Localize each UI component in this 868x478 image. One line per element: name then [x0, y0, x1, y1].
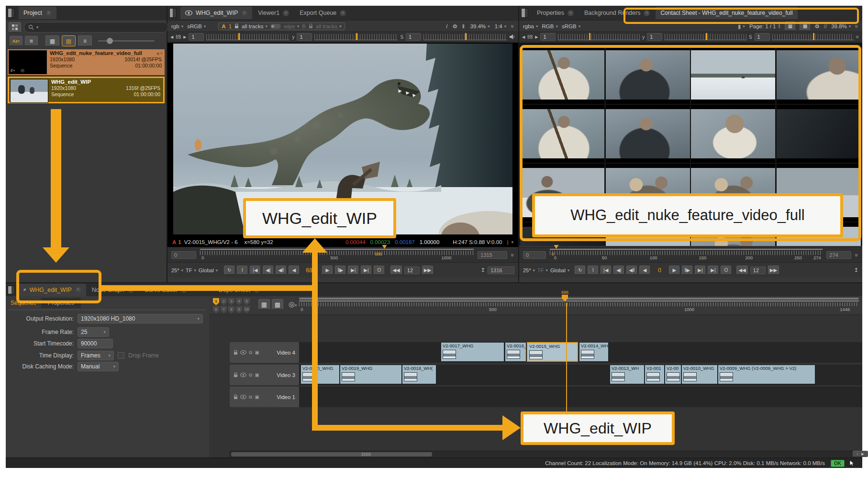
tab-viewer1[interactable]: Viewer1× — [253, 7, 294, 19]
slider-handle[interactable] — [465, 33, 467, 40]
go-last-button[interactable]: ▶| — [708, 266, 718, 275]
slider-handle[interactable] — [813, 33, 814, 40]
tag-marker-2[interactable]: 2 — [221, 298, 227, 305]
export-icon[interactable]: ↥ — [481, 267, 485, 273]
zoom-select[interactable]: 39.4%▾ — [470, 23, 490, 29]
input-a-button[interactable]: A — [222, 23, 225, 29]
timeline-clip[interactable]: V2-00 — [665, 365, 681, 384]
lock-icon[interactable] — [309, 23, 313, 29]
gain-next-icon[interactable]: ▶ — [183, 35, 186, 39]
search-input[interactable]: ▾ — [24, 22, 168, 33]
timeline-clip[interactable]: V2-0009_WHG (V2-0009_WHG > V2) — [718, 365, 815, 384]
panel-menu-icon[interactable] — [521, 8, 528, 18]
slider-handle[interactable] — [706, 33, 707, 40]
track-lane-video-1[interactable] — [299, 387, 862, 407]
step-forward-button[interactable]: ‖▶ — [335, 266, 345, 275]
timeline-clip[interactable]: V2-0018_WH( — [402, 365, 436, 384]
slider-handle[interactable] — [356, 33, 357, 40]
lut-select[interactable]: sRGB▾ — [187, 23, 206, 29]
slider-handle[interactable] — [107, 38, 113, 44]
view-grid-button[interactable]: ▦ — [45, 35, 59, 46]
play-forward-button[interactable]: ▶ — [322, 266, 333, 275]
track-header[interactable]: ⧉▣Video 3 — [230, 365, 299, 385]
wipe-mode-select[interactable]: wipe▾ — [284, 23, 299, 29]
close-icon[interactable]: × — [45, 10, 52, 16]
timeline-clip[interactable]: V2-0013_WH — [610, 365, 645, 384]
panel-menu-icon[interactable] — [169, 8, 177, 18]
project-item-nuke-feature[interactable]: ≠+ ◎ WHG_edit_nuke_feature_video_full 19… — [8, 49, 165, 75]
saturation-slider[interactable] — [423, 34, 507, 40]
range-mode-select[interactable]: Global▾ — [550, 267, 569, 273]
eye-icon[interactable] — [240, 373, 246, 377]
out-mark-button[interactable]: O — [721, 266, 731, 275]
in-mark-button[interactable]: I — [237, 266, 247, 275]
slider-handle[interactable] — [238, 33, 240, 40]
close-icon[interactable]: × — [283, 10, 289, 16]
saturation-field[interactable]: 1 — [755, 33, 770, 41]
next-edit-button[interactable]: ▶| — [695, 266, 705, 275]
project-item-whg-edit-wip[interactable]: ≠+ WHG_edit_WIP 1920x10801316f @25FPS Se… — [8, 77, 165, 103]
gain-field[interactable]: 1 — [540, 33, 556, 41]
tab-project[interactable]: Project× — [19, 7, 56, 19]
lock-icon[interactable] — [234, 372, 238, 378]
eye-icon[interactable] — [240, 395, 246, 399]
export-icon[interactable]: ↥ — [854, 267, 858, 273]
input-a-number[interactable]: 1 — [229, 23, 232, 29]
track-header[interactable]: ⧉▣Video 4 — [230, 342, 299, 363]
view-list-button[interactable]: ≡ — [78, 35, 92, 46]
tracks-a-select[interactable]: all tracks▾ — [242, 23, 267, 29]
field-value-select[interactable]: Frames▾ — [78, 351, 114, 360]
last-frame-field[interactable]: 1316 — [488, 267, 514, 274]
timecode-format-select[interactable]: TF▾ — [537, 267, 548, 273]
dope-ruler-scroll[interactable] — [299, 298, 859, 300]
fps-select[interactable]: 25*▾ — [523, 267, 535, 273]
gain-slider[interactable] — [558, 34, 640, 40]
tab-export-queue[interactable]: Export Queue× — [295, 7, 351, 19]
lock-icon[interactable] — [234, 23, 239, 29]
panel-menu-icon[interactable] — [8, 8, 15, 18]
gain-prev-icon[interactable]: ◀ — [170, 35, 173, 39]
range-mode-select[interactable]: Global▾ — [199, 267, 218, 273]
panel-menu-icon[interactable] — [8, 286, 15, 294]
saturation-slider[interactable] — [772, 34, 854, 40]
gain-field[interactable]: 1 — [189, 33, 204, 41]
fps-select[interactable]: 25*▾ — [171, 267, 183, 273]
gain-slider[interactable] — [206, 34, 289, 40]
range-end-field[interactable]: 1315 — [478, 251, 507, 259]
current-frame-display[interactable]: 0 — [652, 267, 667, 274]
wipe-line-icon[interactable]: / — [446, 23, 447, 29]
collapse-icon[interactable]: » — [510, 253, 516, 256]
go-first-button[interactable]: |◀ — [250, 266, 260, 275]
chevron-down-icon[interactable]: ▾ — [511, 240, 513, 245]
field-value-select[interactable]: 25▾ — [78, 327, 109, 337]
gain-next-icon[interactable]: ▶ — [535, 35, 538, 39]
step-back-button[interactable]: ◀‖ — [276, 266, 286, 275]
lock-icon[interactable] — [234, 394, 238, 400]
channel-select[interactable]: rgb▾ — [171, 23, 183, 29]
tag-marker-10[interactable]: 10 — [244, 306, 250, 313]
overlay-lines-icon[interactable]: // — [824, 23, 827, 29]
timeline-clip[interactable]: V2-0010_WHG — [681, 365, 718, 384]
skip-frames-field[interactable]: 12 — [404, 267, 420, 274]
field-value-select[interactable]: Manual▾ — [78, 362, 119, 371]
timeline-clip[interactable]: V2-0015_WHG — [527, 342, 578, 362]
pause-icon[interactable]: ‖ — [462, 23, 466, 29]
lut-select[interactable]: sRGB▾ — [562, 23, 580, 29]
range-start-field[interactable]: 0 — [523, 251, 546, 259]
view-detail-button[interactable]: ▤ — [62, 35, 76, 46]
collapse-icon[interactable]: » — [510, 24, 516, 28]
proxy-select[interactable]: 1:4▾ — [495, 23, 507, 29]
wipe-toggle[interactable] — [270, 24, 281, 29]
rewind-button[interactable]: ◀◀ — [390, 266, 401, 275]
channel-select[interactable]: rgba▾ — [523, 23, 538, 29]
drop-frame-checkbox[interactable] — [118, 352, 124, 359]
gain-prev-icon[interactable]: ◀ — [522, 35, 525, 39]
prev-edit-button[interactable]: ◀| — [613, 266, 624, 275]
rewind-button[interactable]: ◀◀ — [736, 266, 747, 275]
table-filter-button[interactable]: ▩ — [272, 299, 283, 310]
loop-mode-button[interactable]: ↻ — [575, 266, 585, 275]
sort-order-button[interactable]: ≣ — [25, 36, 38, 46]
gamma-slider[interactable] — [314, 34, 398, 40]
field-value-select[interactable]: 1920x1080 HD_1080▾ — [78, 314, 203, 323]
mask-icon[interactable]: ▣ — [255, 394, 259, 400]
